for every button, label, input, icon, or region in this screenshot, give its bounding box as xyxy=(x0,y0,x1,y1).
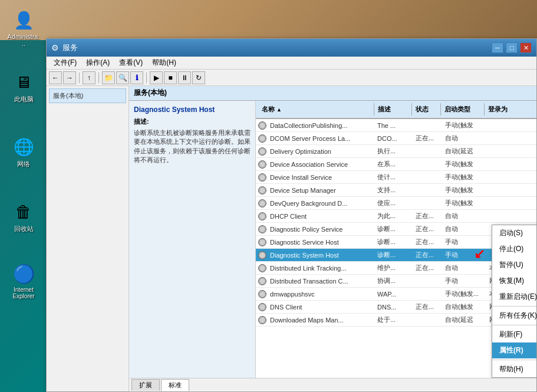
service-status xyxy=(412,124,442,127)
table-row[interactable]: DataCollectionPublishing... The ... 手动(触… xyxy=(256,119,536,132)
table-row[interactable]: Device Setup Manager 支持... 手动(触发 xyxy=(256,184,536,197)
tab-extended[interactable]: 扩展 xyxy=(131,379,160,391)
service-startup: 手动(触发... xyxy=(442,288,486,299)
service-desc: The ... xyxy=(374,121,412,130)
ctx-start[interactable]: 启动(S) xyxy=(492,225,536,241)
menu-view[interactable]: 查看(V) xyxy=(114,57,147,69)
service-startup: 自动 xyxy=(442,262,486,274)
desktop-icon-network[interactable]: 🌐 网络 xyxy=(5,133,42,171)
service-desc: 执行... xyxy=(374,146,412,157)
toolbar-stop[interactable]: ■ xyxy=(164,71,177,84)
service-desc: 诊断... xyxy=(374,249,412,261)
service-desc: 为此... xyxy=(374,210,412,222)
service-startup: 手动(触发 xyxy=(442,159,486,170)
ctx-properties[interactable]: 属性(R) xyxy=(492,342,536,358)
service-status: 正在... xyxy=(412,249,442,261)
table-row[interactable]: Device Association Service 在系... 手动(触发 xyxy=(256,158,536,171)
service-login xyxy=(486,124,536,127)
toolbar-up[interactable]: ↑ xyxy=(83,71,95,84)
ctx-refresh[interactable]: 刷新(F) xyxy=(492,327,536,342)
toolbar-forward[interactable]: → xyxy=(63,71,76,84)
service-gear-icon xyxy=(258,303,266,311)
service-status xyxy=(412,176,442,179)
desktop-icon-recycle[interactable]: 🗑 回收站 xyxy=(5,197,42,236)
recycle-icon-label: 回收站 xyxy=(14,225,34,233)
service-status: 正在... xyxy=(412,223,442,235)
col-header-name[interactable]: 名称 xyxy=(258,103,374,116)
panel-header: 服务(本地) xyxy=(129,86,536,101)
ctx-stop[interactable]: 停止(O) xyxy=(492,241,536,257)
service-name: DataCollectionPublishing... xyxy=(266,121,373,130)
toolbar-play[interactable]: ▶ xyxy=(150,71,163,84)
col-header-desc[interactable]: 描述 xyxy=(374,103,412,116)
service-name: Diagnostic Service Host xyxy=(266,238,373,247)
service-name: Diagnostic Policy Service xyxy=(266,225,373,234)
admin-icon-label: Administra... xyxy=(7,33,40,47)
service-desc: WAP... xyxy=(374,289,412,299)
tab-standard[interactable]: 标准 xyxy=(161,379,189,391)
toolbar-restart[interactable]: ↻ xyxy=(192,71,205,84)
toolbar-back[interactable]: ← xyxy=(49,71,62,84)
service-status: 正在... xyxy=(412,210,442,222)
service-desc: DCO... xyxy=(374,134,412,143)
service-startup: 手动(触发 xyxy=(442,120,486,131)
col-header-startup[interactable]: 启动类型 xyxy=(441,103,485,116)
service-name: DNS Client xyxy=(266,302,373,312)
desktop: 👤 Administra... 🖥 此电脑 🌐 网络 🗑 回收站 🔵 Inter… xyxy=(0,0,537,392)
table-row[interactable]: Device Install Service 使计... 手动(触发 xyxy=(256,171,536,184)
service-login xyxy=(486,176,536,179)
service-login xyxy=(486,137,536,140)
ctx-pause[interactable]: 暂停(U) xyxy=(492,257,536,273)
service-status: 正在... xyxy=(412,301,442,312)
header-image xyxy=(0,0,537,40)
service-status xyxy=(412,150,442,153)
toolbar-pause[interactable]: ⏸ xyxy=(178,71,191,84)
service-desc: DNS... xyxy=(374,302,412,312)
service-status xyxy=(412,202,442,205)
computer-icon: 🖥 xyxy=(12,70,35,94)
service-gear-icon xyxy=(258,225,266,233)
menu-file[interactable]: 文件(F) xyxy=(49,57,81,69)
service-name: Downloaded Maps Man... xyxy=(266,315,373,325)
service-gear-icon xyxy=(258,277,266,285)
table-row[interactable]: DCOM Server Process La... DCO... 正在... 自… xyxy=(256,132,536,145)
desktop-icon-computer[interactable]: 🖥 此电脑 xyxy=(5,68,42,106)
minimize-button[interactable]: ─ xyxy=(492,42,503,53)
ctx-resume[interactable]: 恢复(M) xyxy=(492,273,536,289)
service-desc: 在系... xyxy=(374,159,412,170)
arrow-indicator: ↙ xyxy=(474,246,485,262)
service-name: Diagnostic System Host xyxy=(266,251,373,260)
toolbar-folder[interactable]: 📁 xyxy=(102,71,115,84)
table-row[interactable]: DHCP Client 为此... 正在... 自动 xyxy=(256,210,536,223)
col-header-login[interactable]: 登录为 xyxy=(485,103,534,116)
ctx-restart[interactable]: 重新启动(E) xyxy=(492,289,536,305)
desktop-icon-admin[interactable]: 👤 Administra... xyxy=(5,6,42,50)
service-login xyxy=(486,163,536,166)
service-startup: 手动(触发 xyxy=(442,172,486,183)
menu-action[interactable]: 操作(A) xyxy=(81,57,114,69)
service-name: DHCP Client xyxy=(266,212,373,221)
service-gear-icon xyxy=(258,160,266,169)
service-status xyxy=(412,163,442,166)
service-startup: 自动 xyxy=(442,210,486,222)
menu-help[interactable]: 帮助(H) xyxy=(147,57,181,69)
desktop-icon-ie[interactable]: 🔵 InternetExplorer xyxy=(5,259,42,302)
service-login xyxy=(486,202,536,205)
nav-panel: 服务(本地) xyxy=(47,86,129,391)
ctx-alltasks[interactable]: 所有任务(K) xyxy=(492,308,536,324)
col-header-status[interactable]: 状态 xyxy=(412,103,441,116)
service-name: Device Install Service xyxy=(266,173,373,182)
toolbar-info[interactable]: ℹ xyxy=(130,71,143,84)
close-button[interactable]: ✕ xyxy=(520,42,532,53)
table-row[interactable]: Delivery Optimization 执行... 自动(延迟 xyxy=(256,145,536,158)
maximize-button[interactable]: □ xyxy=(506,42,518,53)
table-row[interactable]: DevQuery Background D... 使应... 手动(触发 xyxy=(256,197,536,210)
nav-local-services[interactable]: 服务(本地) xyxy=(49,88,126,103)
service-status xyxy=(412,280,442,282)
window-icon: ⚙ xyxy=(51,43,59,52)
toolbar-sep1 xyxy=(79,73,80,83)
toolbar-search[interactable]: 🔍 xyxy=(116,71,129,84)
service-name: Delivery Optimization xyxy=(266,147,373,156)
services-table-area[interactable]: 名称 描述 状态 启动类型 登录 xyxy=(256,101,536,378)
ctx-help[interactable]: 帮助(H) xyxy=(492,361,536,377)
